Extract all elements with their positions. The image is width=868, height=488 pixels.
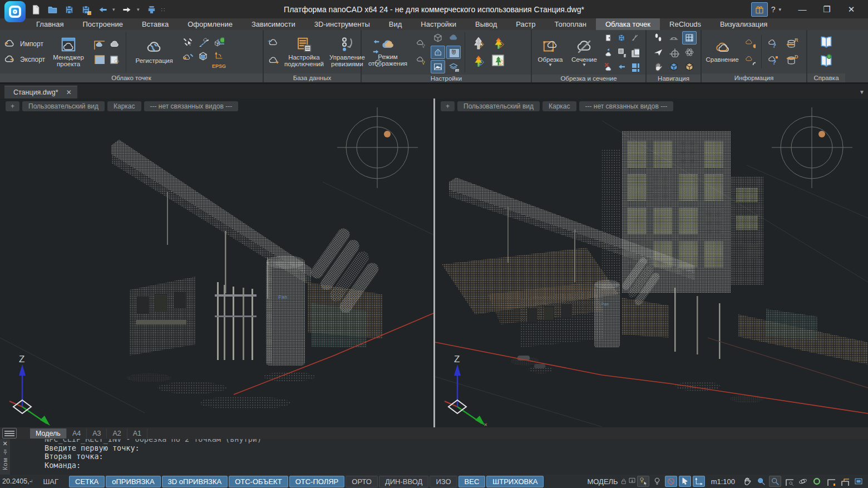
ribbon-tab-1[interactable]: Построение: [73, 18, 132, 30]
ribbon-tab-2[interactable]: Вставка: [132, 18, 178, 30]
surface-nav-icon-button[interactable]: [682, 31, 697, 45]
walk-icon-button[interactable]: [651, 31, 665, 45]
cloud-info-icon-button[interactable]: ?: [766, 37, 780, 50]
select-points-icon-button[interactable]: [180, 35, 195, 48]
navigation-compass[interactable]: [772, 107, 852, 188]
orbit-3d-icon[interactable]: [797, 476, 809, 487]
viewport-right[interactable]: Pan: [435, 98, 868, 427]
viewport-add-button[interactable]: +: [441, 101, 455, 111]
ribbon-tab-0[interactable]: Главная: [27, 18, 73, 30]
redo-button[interactable]: [120, 3, 134, 16]
box-view2-icon-button[interactable]: [682, 60, 697, 73]
crop-button[interactable]: Обрезка ▼: [534, 31, 566, 73]
road-icon-button[interactable]: [667, 31, 681, 45]
clip-slash-icon-button[interactable]: [629, 31, 641, 45]
section-dropdown-icon[interactable]: ▼: [582, 63, 586, 67]
cloud-cube-icon-button[interactable]: [196, 50, 210, 63]
db-d-icon-button[interactable]: D: [782, 53, 801, 67]
status-toggle-0[interactable]: ШАГ: [37, 476, 65, 487]
clip-window-icon-button[interactable]: [629, 60, 641, 73]
cloud-point-info-icon-button[interactable]: ?: [766, 53, 780, 67]
snap-house-icon-button[interactable]: [431, 46, 445, 59]
lock-viewport-icon[interactable]: [619, 476, 628, 487]
bounding-box-icon-button[interactable]: [431, 31, 445, 45]
cloud-light-on-icon-button[interactable]: [414, 54, 428, 67]
clip-delete-icon-button[interactable]: [602, 60, 614, 73]
cloud-density-icon-button[interactable]: [107, 38, 122, 51]
status-toggle-6[interactable]: ОРТО: [346, 476, 378, 487]
lamp-icon[interactable]: [651, 476, 663, 487]
status-toggle-9[interactable]: ВЕС: [458, 476, 486, 487]
document-tab-close-icon[interactable]: ✕: [66, 88, 72, 96]
fly-icon-button[interactable]: [651, 46, 665, 59]
zoom-window-icon[interactable]: [769, 476, 781, 487]
ribbon-tab-12[interactable]: ReClouds: [660, 18, 711, 30]
paint-rgb-icon-button[interactable]: [489, 53, 508, 70]
clip-door-icon-button[interactable]: [602, 31, 614, 45]
paint-mono-icon-button[interactable]: [469, 35, 488, 52]
selection-highlight-icon[interactable]: [637, 476, 649, 487]
viewport-view-button[interactable]: Пользовательский вид: [457, 101, 540, 111]
layers-icon-button[interactable]: [446, 60, 461, 73]
whats-new-button[interactable]: [751, 2, 768, 17]
layout-tab-a3[interactable]: A3: [87, 428, 107, 438]
ribbon-tab-7[interactable]: Настройки: [411, 18, 466, 30]
status-toggle-1[interactable]: СЕТКА: [69, 476, 105, 487]
command-panel-close-icon[interactable]: ✕: [2, 441, 7, 447]
dynamic-ucs-icon[interactable]: [693, 476, 705, 487]
command-prompt[interactable]: Команда:: [45, 461, 868, 470]
save-as-button[interactable]: [79, 3, 92, 16]
layout-tab-a4[interactable]: A4: [67, 428, 87, 438]
snap-magnet-icon-button[interactable]: [446, 46, 461, 59]
export-button[interactable]: Экспорт: [2, 54, 45, 65]
clip-photos-icon-button[interactable]: [629, 46, 641, 59]
export-state-icon[interactable]: [628, 476, 637, 487]
cloud-export-db-icon-button[interactable]: [266, 54, 280, 67]
registration-button[interactable]: Регистрация: [130, 31, 178, 72]
help-button[interactable]: ?: [770, 5, 777, 14]
ribbon-tab-6[interactable]: Вид: [379, 18, 412, 30]
status-toggle-8[interactable]: ИЗО: [430, 476, 457, 487]
orbit-icon-button[interactable]: [667, 46, 681, 59]
save-view-icon[interactable]: [825, 476, 837, 487]
paint-elevation-icon-button[interactable]: [489, 35, 508, 52]
ribbon-tab-11[interactable]: Облака точек: [596, 18, 660, 30]
project-manager-button[interactable]: Менеджер проекта: [47, 31, 90, 72]
cloud-transform-icon-button[interactable]: [180, 50, 195, 63]
restore-button[interactable]: ❐: [816, 1, 838, 18]
clip-save-icon-button[interactable]: [615, 31, 628, 45]
viewport-add-button[interactable]: +: [6, 101, 19, 111]
zoom-extents-icon[interactable]: [783, 476, 795, 487]
viewport-view-button[interactable]: Пользовательский вид: [22, 101, 105, 111]
layout-list-icon[interactable]: [2, 428, 17, 438]
regen-icon[interactable]: [811, 476, 823, 487]
ribbon-tab-5[interactable]: 3D-инструменты: [305, 18, 379, 30]
ribbon-tab-13[interactable]: Визуализация: [711, 18, 777, 30]
viewport-linked-views-button[interactable]: --- нет связанных видов ---: [144, 101, 239, 111]
undo-button[interactable]: [96, 3, 109, 16]
measure-points-icon-button[interactable]: [196, 35, 210, 48]
status-toggle-5[interactable]: ОТС-ПОЛЯР: [289, 476, 345, 487]
command-history[interactable]: NPC_CLIP_RECT_INV - обрезка по 2 точкам …: [10, 439, 868, 475]
open-file-button[interactable]: [46, 3, 59, 16]
revision-management-button[interactable]: Управление ревизиями: [328, 31, 367, 72]
arrange-windows-icon[interactable]: [839, 476, 851, 487]
epsg-button[interactable]: [211, 50, 226, 63]
status-toggle-4[interactable]: ОТС-ОБЪЕКТ: [229, 476, 288, 487]
new-file-button[interactable]: [29, 3, 42, 16]
status-toggle-2[interactable]: оПРИВЯЗКА: [106, 476, 160, 487]
cube-geo-icon-button[interactable]: [211, 35, 226, 48]
command-panel-pin-icon[interactable]: [2, 449, 8, 455]
paint-intensity-icon-button[interactable]: [469, 53, 488, 70]
ribbon-tab-4[interactable]: Зависимости: [242, 18, 305, 30]
undo-dropdown-icon[interactable]: ▾: [112, 7, 117, 12]
qat-customize-icon[interactable]: ⸬: [161, 7, 166, 13]
layout-tab-a2[interactable]: A2: [107, 428, 127, 438]
cloud-point-bottom-icon-button[interactable]: [743, 53, 757, 67]
import-button[interactable]: Импорт: [2, 38, 45, 50]
cloud-dim-icon-button[interactable]: [446, 31, 461, 45]
compare-button[interactable]: Сравнение: [704, 31, 741, 72]
print-button[interactable]: [145, 3, 158, 16]
cloud-box-icon-button[interactable]: [92, 52, 106, 66]
status-toggle-10[interactable]: ШТРИХОВКА: [486, 476, 544, 487]
